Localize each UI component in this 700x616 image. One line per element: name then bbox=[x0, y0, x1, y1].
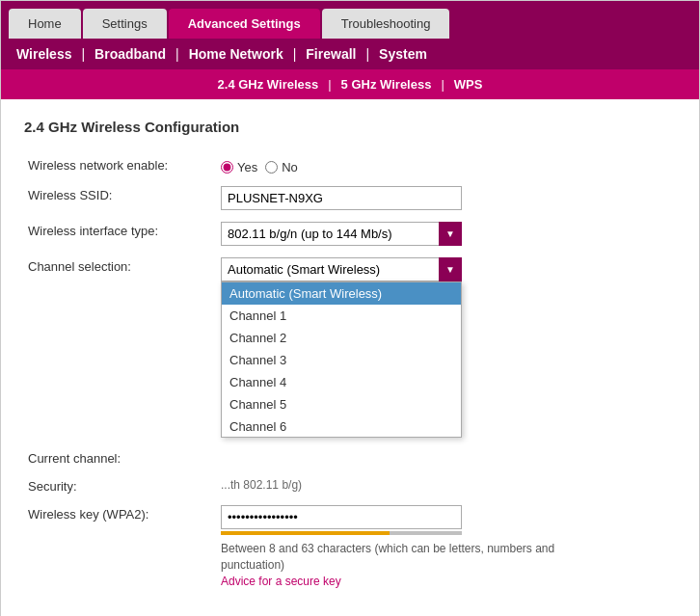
channel-select-wrapper: Automatic (Smart Wireless) Channel 1 Cha… bbox=[221, 257, 462, 281]
channel-dropdown-inner[interactable]: Automatic (Smart Wireless) Channel 1 Cha… bbox=[222, 282, 461, 437]
row-ssid: Wireless SSID: bbox=[24, 180, 676, 216]
config-form: Wireless network enable: Yes No bbox=[24, 150, 676, 616]
channel-option-5[interactable]: Channel 5 bbox=[222, 393, 461, 415]
label-ssid: Wireless SSID: bbox=[24, 180, 217, 216]
subnav-sep-4: | bbox=[365, 46, 369, 62]
tab-troubleshooting[interactable]: Troubleshooting bbox=[322, 9, 450, 39]
sub-nav: Wireless | Broadband | Home Network | Fi… bbox=[1, 39, 699, 69]
secnav-5ghz[interactable]: 5 GHz Wireless bbox=[341, 77, 432, 92]
label-interface-type: Wireless interface type: bbox=[24, 216, 217, 252]
row-channel-selection: Channel selection: Automatic (Smart Wire… bbox=[24, 252, 676, 443]
subnav-broadband[interactable]: Broadband bbox=[94, 46, 166, 62]
tab-advanced-settings[interactable]: Advanced Settings bbox=[169, 9, 320, 39]
tab-settings[interactable]: Settings bbox=[83, 9, 167, 39]
content-area: 2.4 GHz Wireless Configuration Wireless … bbox=[1, 99, 699, 616]
radio-yes[interactable] bbox=[221, 161, 233, 174]
top-nav: Home Settings Advanced Settings Troubles… bbox=[1, 1, 699, 39]
subnav-home-network[interactable]: Home Network bbox=[189, 46, 283, 62]
section-title: 2.4 GHz Wireless Configuration bbox=[24, 119, 676, 135]
row-security: Security: ...th 802.11 b/g) bbox=[24, 471, 676, 499]
channel-option-auto[interactable]: Automatic (Smart Wireless) bbox=[222, 282, 461, 305]
wireless-key-hint: Between 8 and 63 characters (which can b… bbox=[221, 541, 606, 574]
row-spacer bbox=[24, 594, 676, 616]
channel-dropdown-list[interactable]: Automatic (Smart Wireless) Channel 1 Cha… bbox=[221, 281, 462, 438]
label-current-channel: Current channel: bbox=[24, 443, 217, 471]
radio-yes-label[interactable]: Yes bbox=[221, 160, 257, 174]
row-wireless-key: Wireless key (WPA2): Between 8 and 63 ch… bbox=[24, 499, 676, 594]
channel-select[interactable]: Automatic (Smart Wireless) Channel 1 Cha… bbox=[221, 257, 462, 281]
subnav-sep-2: | bbox=[175, 46, 179, 62]
radio-no[interactable] bbox=[265, 161, 278, 174]
secnav-wps[interactable]: WPS bbox=[454, 77, 483, 92]
subnav-system[interactable]: System bbox=[379, 46, 427, 62]
interface-type-select[interactable]: 802.11 b/g/n (up to 144 Mb/s) 802.11 b/g… bbox=[221, 222, 462, 246]
subnav-wireless[interactable]: Wireless bbox=[16, 46, 71, 62]
row-wireless-enable: Wireless network enable: Yes No bbox=[24, 150, 676, 180]
subnav-firewall[interactable]: Firewall bbox=[306, 46, 356, 62]
label-wireless-key: Wireless key (WPA2): bbox=[24, 499, 217, 594]
channel-option-1[interactable]: Channel 1 bbox=[222, 305, 461, 327]
label-channel-selection: Channel selection: bbox=[24, 252, 217, 443]
subnav-sep-1: | bbox=[81, 46, 85, 62]
row-current-channel: Current channel: bbox=[24, 443, 676, 471]
wireless-key-strength-bar bbox=[221, 531, 462, 535]
radio-no-text: No bbox=[282, 160, 298, 174]
radio-no-label[interactable]: No bbox=[265, 160, 298, 174]
channel-option-3[interactable]: Channel 3 bbox=[222, 349, 461, 371]
subnav-sep-3: | bbox=[293, 46, 297, 62]
label-security: Security: bbox=[24, 471, 217, 499]
wireless-key-advice-link[interactable]: Advice for a secure key bbox=[221, 575, 341, 588]
ssid-input[interactable] bbox=[221, 186, 462, 210]
sec-nav: 2.4 GHz Wireless | 5 GHz Wireless | WPS bbox=[1, 69, 699, 99]
row-interface-type: Wireless interface type: 802.11 b/g/n (u… bbox=[24, 216, 676, 252]
channel-option-6[interactable]: Channel 6 bbox=[222, 415, 461, 437]
channel-option-2[interactable]: Channel 2 bbox=[222, 327, 461, 349]
radio-group-enable: Yes No bbox=[221, 156, 672, 174]
channel-option-4[interactable]: Channel 4 bbox=[222, 371, 461, 393]
label-wireless-enable: Wireless network enable: bbox=[24, 150, 217, 180]
security-value: ...th 802.11 b/g) bbox=[221, 472, 302, 492]
tab-home[interactable]: Home bbox=[9, 9, 81, 39]
radio-yes-text: Yes bbox=[237, 160, 257, 174]
secnav-24ghz[interactable]: 2.4 GHz Wireless bbox=[218, 77, 319, 92]
wireless-key-input[interactable] bbox=[221, 505, 462, 529]
secnav-sep-2: | bbox=[441, 77, 444, 92]
secnav-sep-1: | bbox=[328, 77, 331, 92]
interface-type-select-wrapper: 802.11 b/g/n (up to 144 Mb/s) 802.11 b/g… bbox=[221, 222, 462, 246]
